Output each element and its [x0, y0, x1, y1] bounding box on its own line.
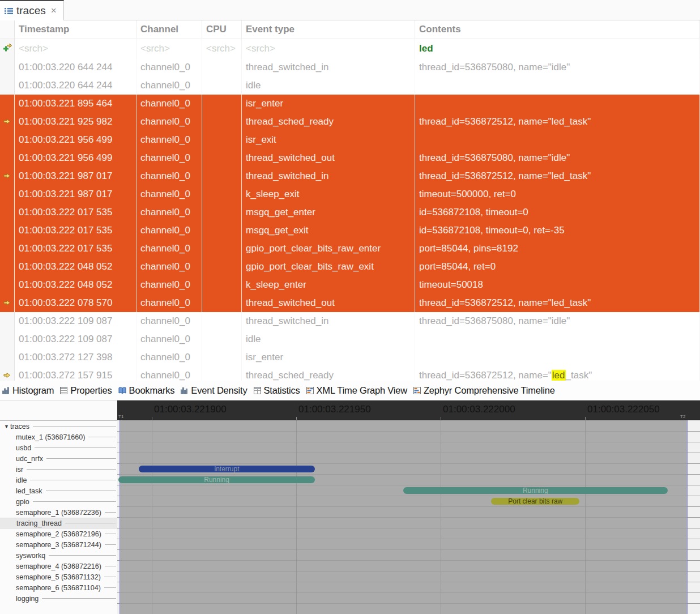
bottom-tab-properties[interactable]: Properties	[60, 385, 112, 396]
table-row[interactable]: 01:00:03.222 017 535channel0_0gpio_port_…	[0, 240, 700, 258]
table-header-row: TimestampChannelCPUEvent typeContents	[0, 20, 700, 39]
tab-close-icon[interactable]: ×	[51, 5, 57, 16]
tree-row-line	[27, 469, 116, 470]
tree-item-label: tracing_thread	[16, 519, 62, 527]
table-row[interactable]: 01:00:03.272 157 915channel0_0thread_sch…	[0, 366, 700, 381]
histogram-icon	[2, 387, 10, 394]
bottom-tab-zephyr-comprehensive-timeline[interactable]: Zephyr Comprehensive Timeline	[413, 385, 555, 396]
selection-start-line[interactable]	[119, 420, 120, 614]
cell-contents	[415, 348, 700, 366]
search-field-timestamp[interactable]: <srch>	[15, 39, 136, 58]
bottom-tab-histogram[interactable]: Histogram	[2, 385, 54, 396]
cell-channel: channel0_0	[136, 221, 202, 240]
timeline-chart[interactable]: interruptRunningRunningPort clear bits r…	[117, 420, 700, 614]
row-gridline	[117, 517, 700, 518]
row-gridline	[117, 549, 700, 550]
table-row[interactable]: 01:00:03.222 078 570channel0_0thread_swi…	[0, 294, 700, 312]
marker-arrow-icon	[3, 297, 11, 309]
tree-item-semaphore-1-536872236-[interactable]: semaphore_1 (536872236)	[0, 507, 117, 518]
tree-item-semaphore-2-536872196-[interactable]: semaphore_2 (536872196)	[0, 528, 117, 539]
cell-event-type: gpio_port_clear_bits_raw_exit	[242, 258, 415, 276]
bottom-tab-bookmarks[interactable]: Bookmarks	[118, 385, 175, 396]
cell-contents: id=536872108, timeout=0, ret=-35	[415, 221, 700, 240]
search-field-event_type[interactable]: <srch>	[242, 39, 415, 58]
cell-event-type: thread_switched_in	[242, 167, 415, 185]
tree-item-semaphore-3-536871244-[interactable]: semaphore_3 (536871244)	[0, 539, 117, 550]
tree-item-sysworkq[interactable]: sysworkq	[0, 550, 117, 561]
table-row[interactable]: 01:00:03.221 956 499channel0_0isr_exit	[0, 131, 700, 149]
tree-item-label: led_task	[16, 487, 42, 495]
statistics-icon	[254, 387, 261, 394]
cell-contents	[415, 330, 700, 348]
cell-cpu	[202, 366, 242, 381]
table-row[interactable]: 01:00:03.222 017 535channel0_0msgq_get_e…	[0, 203, 700, 221]
table-row[interactable]: 01:00:03.220 644 244channel0_0thread_swi…	[0, 58, 700, 76]
expand-triangle-icon[interactable]: ▼	[4, 424, 10, 429]
search-field-contents[interactable]: led	[415, 39, 700, 58]
time-axis[interactable]: 01:00:03.22190001:00:03.22195001:00:03.2…	[117, 400, 700, 420]
marker-arrow-icon	[3, 170, 11, 182]
row-gridline	[117, 463, 700, 464]
cell-timestamp: 01:00:03.272 157 915	[15, 366, 136, 381]
table-row[interactable]: 01:00:03.221 925 982channel0_0thread_sch…	[0, 113, 700, 131]
cell-timestamp: 01:00:03.220 644 244	[15, 58, 136, 76]
row-gutter	[0, 348, 15, 366]
table-search-row[interactable]: <srch><srch><srch><srch>led	[0, 39, 700, 58]
tree-item-mutex-1-536871660-[interactable]: mutex_1 (536871660)	[0, 432, 117, 442]
state-bar-idle[interactable]: Running	[118, 476, 315, 483]
bottom-tab-event-density[interactable]: Event Density	[181, 385, 247, 396]
tree-item-traces[interactable]: ▼traces	[0, 421, 117, 432]
cell-contents: id=536872108, timeout=0	[415, 203, 700, 221]
table-row[interactable]: 01:00:03.272 127 398channel0_0isr_enter	[0, 348, 700, 366]
cell-event-type: idle	[242, 76, 415, 95]
state-bar-led_task[interactable]: Running	[403, 487, 668, 494]
table-row[interactable]: 01:00:03.221 987 017channel0_0thread_swi…	[0, 167, 700, 185]
column-header-contents[interactable]: Contents	[415, 20, 700, 39]
tree-item-idle[interactable]: idle	[0, 475, 117, 485]
axis-tick-label: 01:00:03.221900	[154, 404, 227, 415]
tab-traces[interactable]: traces ×	[0, 0, 64, 20]
table-row[interactable]: 01:00:03.222 048 052channel0_0k_sleep_en…	[0, 276, 700, 294]
column-header-cpu[interactable]: CPU	[202, 20, 242, 39]
selection-end-line[interactable]	[687, 420, 688, 614]
search-gutter	[0, 39, 15, 58]
tree-item-logging[interactable]: logging	[0, 593, 117, 604]
search-field-cpu[interactable]: <srch>	[202, 39, 242, 58]
tree-item-isr[interactable]: isr	[0, 464, 117, 475]
cell-cpu	[202, 76, 242, 95]
tree-item-led-task[interactable]: led_task	[0, 485, 117, 496]
table-row[interactable]: 01:00:03.221 987 017channel0_0k_sleep_ex…	[0, 185, 700, 203]
cell-event-type: isr_enter	[242, 95, 415, 113]
tree-item-udc-nrfx[interactable]: udc_nrfx	[0, 453, 117, 464]
cell-cpu	[202, 276, 242, 294]
cell-timestamp: 01:00:03.221 956 499	[15, 149, 136, 167]
column-header-event_type[interactable]: Event type	[242, 20, 415, 39]
tree-item-semaphore-6-536871104-[interactable]: semaphore_6 (536871104)	[0, 582, 117, 593]
cell-channel: channel0_0	[136, 294, 202, 312]
table-row[interactable]: 01:00:03.222 048 052channel0_0gpio_port_…	[0, 258, 700, 276]
column-header-channel[interactable]: Channel	[136, 20, 202, 39]
search-field-channel[interactable]: <srch>	[136, 39, 202, 58]
bottom-tab-statistics[interactable]: Statistics	[254, 385, 300, 396]
cell-channel: channel0_0	[136, 167, 202, 185]
tree-item-tracing-thread[interactable]: tracing_thread	[0, 518, 117, 528]
tree-item-semaphore-4-536872216-[interactable]: semaphore_4 (536872216)	[0, 561, 117, 572]
tree-item-label: mutex_1 (536871660)	[16, 433, 85, 441]
table-row[interactable]: 01:00:03.221 895 464channel0_0isr_enter	[0, 95, 700, 113]
table-row[interactable]: 01:00:03.221 956 499channel0_0thread_swi…	[0, 149, 700, 167]
table-row[interactable]: 01:00:03.220 644 244channel0_0idle	[0, 76, 700, 95]
table-row[interactable]: 01:00:03.222 017 535channel0_0msgq_get_e…	[0, 221, 700, 240]
state-bar-isr[interactable]: interrupt	[139, 466, 315, 472]
state-bar-gpio[interactable]: Port clear bits raw	[491, 498, 579, 505]
table-row[interactable]: 01:00:03.222 109 087channel0_0thread_swi…	[0, 312, 700, 330]
bottom-tab-xml-time-graph-view[interactable]: XML Time Graph View	[306, 385, 407, 396]
row-gridline	[117, 528, 700, 528]
tree-item-usbd[interactable]: usbd	[0, 442, 117, 453]
cell-event-type: k_sleep_exit	[242, 185, 415, 203]
tree-item-semaphore-5-536871132-[interactable]: semaphore_5 (536871132)	[0, 572, 117, 582]
table-row[interactable]: 01:00:03.222 109 087channel0_0idle	[0, 330, 700, 348]
cell-cpu	[202, 240, 242, 258]
column-header-timestamp[interactable]: Timestamp	[15, 20, 136, 39]
cell-event-type: k_sleep_enter	[242, 276, 415, 294]
tree-item-gpio[interactable]: gpio	[0, 496, 117, 507]
